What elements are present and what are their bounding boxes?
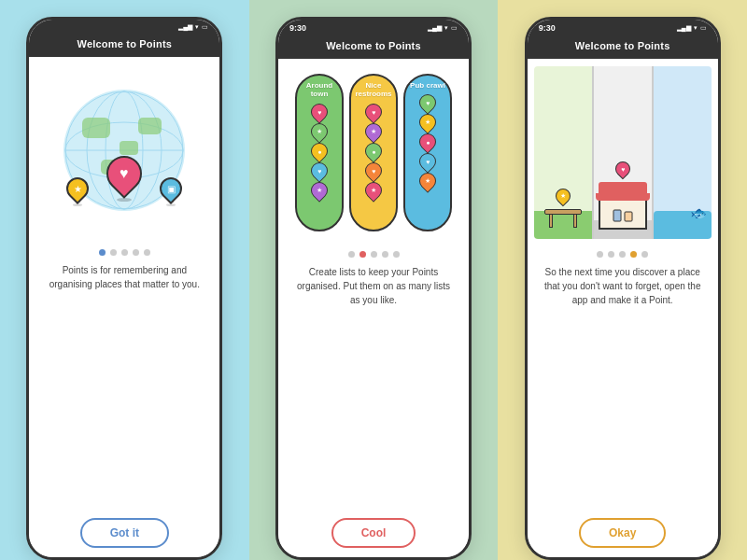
description-3: So the next time you discover a place th… [528, 265, 718, 307]
bench-star-pin: ★ [552, 185, 573, 206]
status-icons-1: ▂▄▆ ▾ ▭ [178, 23, 208, 31]
star-b5: ★ [425, 177, 430, 185]
mini-pin-5: ★ [307, 178, 331, 202]
mini-pin-y4: ♥ [361, 159, 385, 182]
battery-icon: ▭ [202, 23, 208, 31]
pin-yellow: ★ [66, 177, 89, 206]
pin-blue: ▣ [160, 177, 182, 206]
got-it-button[interactable]: Got it [80, 518, 169, 548]
signal-icon-2: ▂▄▆ [428, 24, 442, 32]
mini-pin-2: ★ [307, 119, 331, 143]
status-icons-3: ▂▄▆ ▾ ▭ [677, 24, 707, 32]
status-bar-2: 9:30 ▂▄▆ ▾ ▭ [278, 20, 469, 35]
svg-rect-7 [138, 118, 162, 134]
page-dots-2 [348, 251, 400, 258]
mini-pin-b3: ● [416, 130, 439, 153]
dot-b3: ● [426, 139, 430, 146]
heart-b1: ♥ [426, 100, 430, 106]
dot-31 [597, 251, 603, 258]
phone-body-3: ★ [528, 59, 718, 557]
mini-pin-y5: ★ [361, 178, 385, 202]
phone-body-1: ★ ▣ ♥ [29, 57, 219, 557]
nav-title-3: Welcome to Points [575, 40, 670, 51]
mini-pin-y2: ★ [361, 119, 385, 143]
mini-pin-1: ♥ [307, 100, 331, 123]
dot-3 [121, 249, 128, 256]
wifi-icon: ▾ [195, 23, 199, 31]
illustration-1: ★ ▣ ♥ [29, 57, 219, 244]
dot-icon-s: ● [317, 147, 321, 154]
dot-33 [619, 251, 626, 258]
scene-right: 🐟 [654, 66, 712, 239]
mini-pin-b5: ★ [416, 169, 439, 192]
mini-pin-b4: ♥ [416, 149, 439, 173]
wifi-icon-3: ▾ [694, 24, 698, 32]
stall: ♥ [599, 182, 647, 230]
mini-pin-y3: ● [361, 139, 385, 162]
dot-22 [359, 251, 366, 258]
scene-mid: ♥ [594, 66, 652, 239]
bookmark-icon: ▣ [167, 184, 176, 194]
dot-1 [99, 249, 106, 256]
fish-icon: 🐟 [691, 205, 707, 220]
page-dots-3 [597, 251, 648, 258]
description-1: Points is for remembering and organising… [29, 263, 219, 291]
mini-pin-4: ♥ [307, 159, 331, 182]
list-label-blue: Pub crawl [410, 81, 445, 91]
stall-pin: ♥ [612, 158, 633, 179]
panel-1: ▂▄▆ ▾ ▭ Welcome to Points [0, 0, 249, 560]
okay-button[interactable]: Okay [579, 518, 666, 548]
stall-roof [599, 182, 647, 195]
status-bar-3: 9:30 ▂▄▆ ▾ ▭ [528, 20, 718, 35]
heart-y1: ♥ [372, 108, 375, 115]
wifi-icon-2: ▾ [444, 24, 448, 32]
phone-body-2: Around town ♥ ★ ● ♥ ★ Nice restrooms ♥ ★… [278, 59, 469, 557]
illustration-3: ★ [528, 59, 718, 245]
phone-3: 9:30 ▂▄▆ ▾ ▭ Welcome to Points ★ [525, 17, 721, 560]
dot-4 [133, 249, 139, 256]
star-bench: ★ [560, 192, 566, 200]
nav-title-2: Welcome to Points [326, 40, 421, 51]
star-icon-s2: ★ [317, 128, 322, 135]
phone-2: 9:30 ▂▄▆ ▾ ▭ Welcome to Points Around to… [275, 17, 472, 560]
lists-container: Around town ♥ ★ ● ♥ ★ Nice restrooms ♥ ★… [291, 66, 456, 239]
dot-23 [371, 251, 377, 258]
panel-2: 9:30 ▂▄▆ ▾ ▭ Welcome to Points Around to… [249, 0, 499, 560]
star-icon: ★ [74, 184, 82, 194]
pin-icon-s: ♥ [317, 167, 321, 174]
battery-icon-3: ▭ [700, 24, 707, 32]
dot-5 [144, 249, 150, 256]
heart-stall: ♥ [621, 165, 625, 172]
status-time-3: 9:30 [539, 23, 556, 33]
scene-left: ★ [534, 66, 592, 239]
panel-3: 9:30 ▂▄▆ ▾ ▭ Welcome to Points ★ [498, 0, 747, 560]
svg-rect-5 [82, 118, 110, 138]
pin-main: ♥ [106, 156, 142, 202]
battery-icon-2: ▭ [451, 24, 458, 32]
dot-21 [348, 251, 355, 258]
star-y2: ★ [371, 128, 376, 135]
mini-pin-3: ● [307, 139, 331, 162]
star-icon-s3: ★ [317, 187, 322, 194]
star-b2: ★ [425, 119, 430, 126]
dot-35 [641, 251, 648, 258]
status-icons-2: ▂▄▆ ▾ ▭ [428, 24, 458, 32]
pin-b4: ♥ [426, 159, 430, 165]
pin-y4: ♥ [372, 167, 375, 174]
svg-rect-10 [625, 212, 632, 221]
mini-pin-y1: ♥ [361, 100, 385, 123]
status-time-2: 9:30 [289, 23, 306, 33]
signal-icon-3: ▂▄▆ [677, 24, 691, 32]
nav-title-1: Welcome to Points [78, 38, 173, 49]
cool-button[interactable]: Cool [331, 518, 416, 548]
nav-bar-3: Welcome to Points [528, 35, 718, 59]
bench: ★ [544, 209, 582, 228]
signal-icon: ▂▄▆ [178, 23, 192, 31]
stall-body [599, 197, 647, 230]
svg-rect-6 [120, 141, 138, 155]
mini-pin-b2: ★ [416, 110, 439, 133]
description-2: Create lists to keep your Points organis… [278, 265, 469, 307]
page-dots-1 [99, 249, 150, 256]
stall-decor [610, 203, 636, 223]
dot-y3: ● [372, 147, 375, 154]
